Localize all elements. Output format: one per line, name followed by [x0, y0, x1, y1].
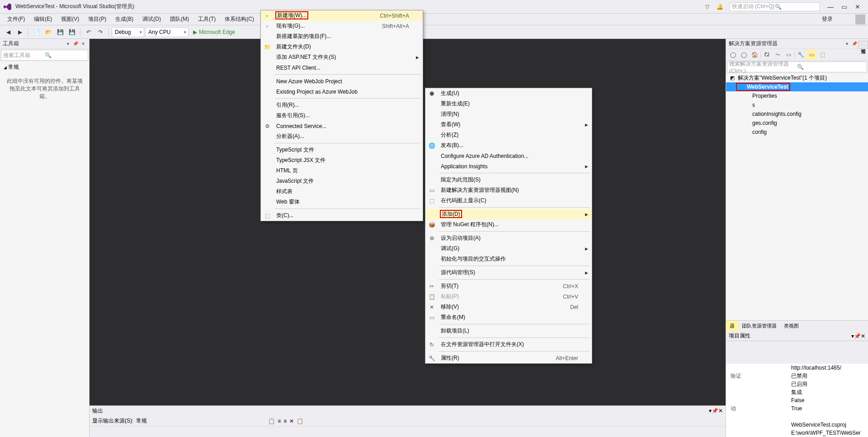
menu-project[interactable]: 项目(P)	[84, 14, 111, 25]
close-icon[interactable]: ✕	[718, 408, 723, 414]
close-icon[interactable]: ✕	[80, 41, 86, 46]
menu-item[interactable]: 源代码管理(S)▶	[425, 267, 592, 278]
menu-item[interactable]: 卸载项目(L)	[425, 326, 592, 336]
minimize-button[interactable]: —	[824, 3, 837, 10]
menu-item[interactable]: ⬚在代码图上显示(C)	[425, 195, 592, 206]
tab-solution-explorer[interactable]: 器	[726, 321, 738, 331]
menu-item[interactable]: ✕移除(V)Del	[425, 302, 592, 312]
run-button[interactable]: Microsoft Edge	[189, 29, 239, 35]
new-project-button[interactable]: 📄	[31, 27, 42, 37]
menu-item[interactable]: 样式表	[261, 186, 423, 197]
filter-icon[interactable]: ▽	[703, 4, 712, 10]
sync-icon[interactable]: ⤳	[773, 50, 783, 60]
menu-team[interactable]: 团队(M)	[165, 14, 193, 25]
home-icon[interactable]: 🏠	[750, 50, 760, 60]
menu-item[interactable]: 🔧属性(R)Alt+Enter	[425, 353, 592, 363]
menu-item[interactable]: 添加(D)▶	[425, 209, 592, 219]
pin-icon[interactable]: 📌	[854, 333, 861, 339]
menu-item[interactable]: 调试(G)▶	[425, 243, 592, 254]
undo-button[interactable]: ↶	[83, 27, 94, 37]
menu-item[interactable]: 服务引用(S)...	[261, 110, 423, 121]
nav-fwd-button[interactable]: ▶	[14, 27, 25, 37]
toolbox-search-input[interactable]: 搜索工具箱 🔍	[1, 50, 88, 61]
menu-item[interactable]: Configure Azure AD Authentication...	[425, 151, 592, 161]
tree-item[interactable]: config	[726, 128, 868, 137]
login-link[interactable]: 登录	[822, 15, 851, 23]
menu-arch[interactable]: 体系结构(C)	[220, 14, 259, 25]
notifications-tab[interactable]: 通知	[858, 41, 868, 49]
menu-build[interactable]: 生成(B)	[111, 14, 138, 25]
menu-item[interactable]: ✂剪切(T)Ctrl+X	[425, 281, 592, 291]
user-avatar[interactable]	[855, 14, 865, 24]
menu-edit[interactable]: 编辑(E)	[29, 14, 57, 25]
menu-item[interactable]: 清理(N)	[425, 109, 592, 119]
menu-item[interactable]: 🌐发布(B)...	[425, 140, 592, 151]
menu-item[interactable]: JavaScript 文件	[261, 176, 423, 186]
fwd-icon[interactable]: ◯	[739, 50, 749, 60]
refresh-icon[interactable]: 🗘	[762, 50, 772, 60]
menu-item[interactable]: TypeScript JSX 文件	[261, 155, 423, 166]
tree-item[interactable]: cationInsights.config	[726, 109, 868, 119]
menu-item[interactable]: Web 窗体	[261, 197, 423, 207]
menu-item[interactable]: Application Insights▶	[425, 161, 592, 171]
project-node[interactable]: 🌐WebServiceTest	[726, 82, 868, 91]
menu-item[interactable]: 查看(W)▶	[425, 119, 592, 130]
menu-file[interactable]: 文件(F)	[3, 14, 29, 25]
maximize-button[interactable]: ▭	[837, 3, 851, 10]
menu-debug[interactable]: 调试(D)	[138, 14, 165, 25]
menu-item[interactable]: HTML 页	[261, 166, 423, 176]
menu-item[interactable]: ▫新建项(W)...Ctrl+Shift+A	[261, 10, 423, 21]
quick-launch-input[interactable]: 快速启动 (Ctrl+Q) 🔍	[730, 2, 820, 11]
tab-team-explorer[interactable]: 团队资源管理器	[738, 321, 780, 331]
menu-item[interactable]: ▫现有项(G)...Shift+Alt+A	[261, 21, 423, 31]
nav-back-button[interactable]: ◀	[3, 27, 14, 37]
menu-item[interactable]: 重新生成(E)	[425, 99, 592, 109]
menu-item[interactable]: 📦管理 NuGet 程序包(N)...	[425, 219, 592, 230]
output-source-combo[interactable]: 常规	[136, 417, 263, 425]
output-btn2[interactable]: ≡	[278, 418, 281, 424]
open-button[interactable]: 📂	[43, 27, 54, 37]
dropdown-icon[interactable]: ▾	[65, 41, 71, 46]
menu-item[interactable]: ⬚类(C)...	[261, 210, 423, 221]
notification-icon[interactable]: 🔔	[715, 4, 724, 10]
output-btn3[interactable]: ≡	[283, 418, 287, 424]
tree-item[interactable]: s	[726, 100, 868, 109]
solution-node[interactable]: ◩解决方案"WebServiceTest"(1 个项目)	[726, 73, 868, 82]
menu-item[interactable]: 添加 ASP.NET 文件夹(S)▶	[261, 52, 423, 62]
config-combo[interactable]: Debug	[112, 27, 144, 37]
menu-item[interactable]: ↻在文件资源管理器中打开文件夹(X)	[425, 339, 592, 350]
tab-class-view[interactable]: 类视图	[780, 321, 802, 331]
output-btn5[interactable]: 📋	[297, 418, 303, 424]
menu-item[interactable]: 分析器(A)...	[261, 131, 423, 142]
menu-item[interactable]: 新搭建基架的项目(F)...	[261, 31, 423, 42]
tree-item[interactable]: ges.config	[726, 119, 868, 128]
back-icon[interactable]: ◯	[728, 50, 738, 60]
solution-tree[interactable]: ◩解决方案"WebServiceTest"(1 个项目) 🌐WebService…	[726, 73, 868, 320]
solution-search-input[interactable]: 搜索解决方案资源管理器(Ctrl+;) 🔍	[727, 62, 867, 72]
menu-item[interactable]: ⚙Connected Service...	[261, 121, 423, 131]
pin-icon[interactable]: 📌	[712, 408, 718, 414]
menu-item[interactable]: ▭重命名(M)	[425, 312, 592, 323]
close-button[interactable]: ✕	[851, 3, 864, 10]
properties-grid[interactable]: http://localhost:1465/ 验证已禁用 已启用 集成 Fals…	[726, 364, 868, 437]
menu-item[interactable]: TypeScript 文件	[261, 145, 423, 155]
menu-tools[interactable]: 工具(T)	[193, 14, 220, 25]
menu-item[interactable]: 📋粘贴(P)Ctrl+V	[425, 291, 592, 302]
menu-item[interactable]: 初始化与项目的交互式操作	[425, 254, 592, 264]
menu-item[interactable]: 分析(Z)	[425, 130, 592, 140]
dropdown-icon[interactable]: ▾	[844, 41, 850, 46]
properties-icon[interactable]: 🔧	[796, 50, 806, 60]
output-btn1[interactable]: 📋	[268, 418, 275, 424]
save-all-button[interactable]: 💾	[66, 27, 77, 37]
output-clear[interactable]: ✕	[289, 418, 294, 424]
tree-item[interactable]: Properties	[726, 91, 868, 100]
menu-item[interactable]: ⬢生成(U)	[425, 88, 592, 99]
menu-item[interactable]: ⚙设为启动项目(A)	[425, 233, 592, 243]
pin-icon[interactable]: 📌	[72, 41, 79, 46]
menu-item[interactable]: 引用(R)...	[261, 100, 423, 110]
pin-icon[interactable]: 📌	[851, 41, 858, 46]
save-button[interactable]: 💾	[55, 27, 66, 37]
menu-item[interactable]: New Azure WebJob Project	[261, 76, 423, 86]
view-icon[interactable]: ⬚	[817, 50, 827, 60]
redo-button[interactable]: ↷	[95, 27, 106, 37]
